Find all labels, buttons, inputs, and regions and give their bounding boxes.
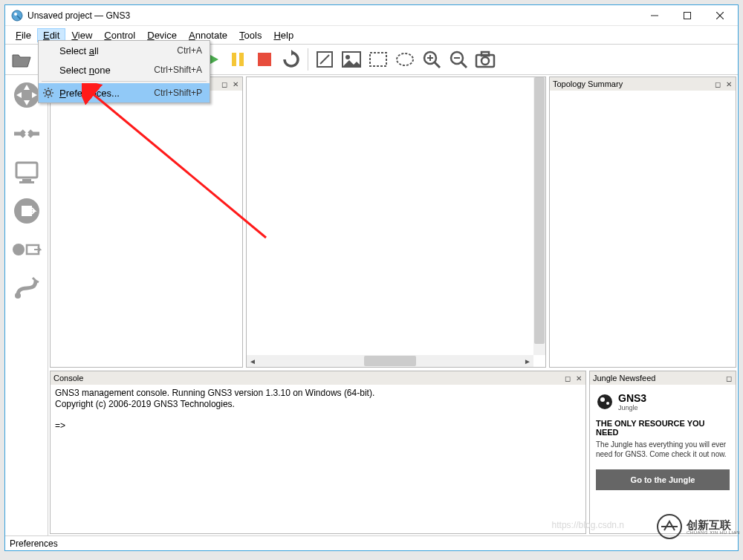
switches-button[interactable]: [11, 118, 42, 149]
gear-icon: [39, 87, 58, 99]
statusbar-text: Preferences: [10, 538, 58, 549]
faint-watermark-url: https://blog.csdn.n: [552, 520, 624, 530]
canvas-panel: ◄►: [246, 76, 546, 368]
menu-select-all[interactable]: Select all Ctrl+A: [39, 41, 210, 60]
svg-point-34: [606, 402, 609, 405]
screenshot-button[interactable]: [473, 47, 498, 72]
svg-point-1: [14, 13, 17, 16]
menu-help[interactable]: Help: [267, 28, 299, 42]
annotate-note-button[interactable]: [312, 47, 337, 72]
topology-tree[interactable]: [550, 91, 736, 367]
svg-line-43: [45, 96, 46, 97]
svg-line-19: [461, 62, 467, 68]
maximize-button[interactable]: [671, 5, 704, 26]
statusbar: Preferences: [5, 535, 738, 550]
lower-row: Console ◻ ✕ GNS3 management console. Run…: [48, 369, 738, 535]
svg-rect-12: [370, 53, 386, 66]
toolbar-sep: [308, 48, 308, 71]
edit-dropdown: Select all Ctrl+A Select none Ctrl+Shift…: [38, 40, 210, 103]
newsfeed-content: GNS3 Jungle THE ONLY RESOURCE YOU NEED T…: [590, 385, 736, 533]
devices-panel: ◻ ✕: [50, 76, 243, 368]
end-devices-button[interactable]: [11, 157, 42, 188]
menu-file[interactable]: File: [10, 28, 37, 42]
window-title: Unsaved project — GNS3: [27, 10, 638, 21]
gns3-logo-icon: [596, 393, 614, 411]
insert-image-button[interactable]: [339, 47, 364, 72]
device-dock: [5, 75, 48, 535]
svg-line-42: [51, 89, 53, 91]
console-panel-header: Console ◻ ✕: [51, 371, 585, 385]
panel-float-icon[interactable]: ◻: [562, 373, 573, 383]
svg-point-31: [15, 293, 21, 299]
svg-rect-3: [684, 12, 691, 19]
topology-panel: Topology Summary ◻ ✕: [549, 76, 736, 368]
topology-panel-header: Topology Summary ◻ ✕: [550, 77, 736, 91]
panel-close-icon[interactable]: ✕: [230, 79, 241, 89]
svg-rect-7: [239, 53, 244, 66]
panel-close-icon[interactable]: ✕: [574, 373, 584, 383]
canvas-vscrollbar[interactable]: [533, 77, 545, 355]
watermark-icon: [657, 514, 682, 539]
console-panel-title: Console: [53, 374, 83, 382]
svg-rect-8: [258, 53, 271, 66]
menu-preferences[interactable]: Preferences... Ctrl+Shift+P: [39, 83, 210, 102]
body-area: ◻ ✕ ◄► Topology Summary ◻: [5, 75, 738, 535]
workspace-canvas[interactable]: ◄►: [247, 77, 545, 367]
svg-rect-6: [232, 53, 236, 66]
open-project-button[interactable]: [9, 47, 34, 72]
menu-tools[interactable]: Tools: [233, 28, 267, 42]
menu-separator: [42, 81, 207, 82]
watermark-logo: 创新互联 CHUANG XIN HU LIAN: [657, 514, 740, 539]
svg-rect-22: [481, 52, 489, 56]
center-column: ◻ ✕ ◄► Topology Summary ◻: [48, 75, 738, 535]
pause-button[interactable]: [225, 47, 250, 72]
console-output[interactable]: GNS3 management console. Running GNS3 ve…: [51, 385, 585, 533]
svg-point-13: [397, 53, 413, 65]
app-icon: [11, 10, 23, 22]
all-devices-button[interactable]: [11, 234, 42, 265]
newsfeed-panel-header: Jungle Newsfeed ◻: [590, 371, 736, 385]
svg-point-11: [345, 55, 350, 59]
stop-button[interactable]: [252, 47, 277, 72]
svg-point-33: [600, 397, 605, 402]
svg-line-41: [51, 96, 53, 97]
svg-point-23: [481, 57, 489, 65]
minimize-button[interactable]: [638, 5, 671, 26]
draw-ellipse-button[interactable]: [392, 47, 418, 72]
svg-line-40: [45, 89, 46, 91]
security-devices-button[interactable]: [11, 195, 42, 227]
window-controls: [638, 5, 736, 26]
add-link-button[interactable]: [11, 273, 42, 304]
zoom-out-button[interactable]: [446, 47, 471, 72]
topology-panel-title: Topology Summary: [553, 79, 623, 88]
titlebar: Unsaved project — GNS3: [5, 5, 738, 26]
svg-rect-26: [22, 179, 31, 181]
svg-rect-27: [19, 181, 34, 183]
console-panel: Console ◻ ✕ GNS3 management console. Run…: [50, 371, 586, 534]
canvas-hscrollbar[interactable]: ◄►: [247, 355, 533, 367]
zoom-in-button[interactable]: [419, 47, 444, 72]
svg-point-32: [597, 394, 612, 409]
panel-float-icon[interactable]: ◻: [713, 79, 723, 89]
svg-point-29: [13, 244, 25, 255]
svg-line-15: [435, 62, 440, 68]
svg-point-35: [46, 91, 51, 95]
menu-select-none[interactable]: Select none Ctrl+Shift+A: [39, 60, 210, 79]
panel-float-icon[interactable]: ◻: [724, 373, 734, 383]
newsfeed-panel-title: Jungle Newsfeed: [593, 374, 655, 382]
newsfeed-cta-button[interactable]: Go to the Jungle: [596, 469, 730, 490]
newsfeed-body-text: The Jungle has everything you will ever …: [596, 440, 730, 459]
newsfeed-logo: GNS3 Jungle: [596, 392, 730, 411]
panel-close-icon[interactable]: ✕: [724, 79, 734, 89]
upper-row: ◻ ✕ ◄► Topology Summary ◻: [48, 75, 738, 369]
close-button[interactable]: [704, 5, 736, 26]
newsfeed-panel: Jungle Newsfeed ◻ GNS3 Jungle THE ONLY: [589, 371, 736, 534]
newsfeed-headline: THE ONLY RESOURCE YOU NEED: [596, 419, 730, 437]
panel-float-icon[interactable]: ◻: [219, 79, 230, 89]
devices-list[interactable]: [51, 91, 242, 367]
svg-rect-25: [16, 163, 37, 178]
reload-button[interactable]: [279, 47, 304, 72]
draw-rectangle-button[interactable]: [366, 47, 391, 72]
